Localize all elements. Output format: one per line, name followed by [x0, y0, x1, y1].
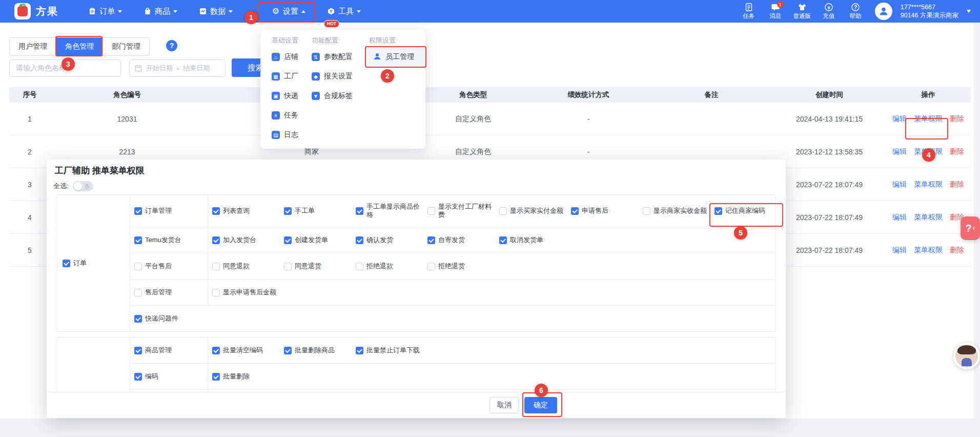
quick-item-消息[interactable]: 消息1 — [764, 3, 787, 20]
delete-link[interactable]: 删除 — [950, 180, 964, 189]
perm-checkbox[interactable] — [212, 373, 220, 381]
chevron-down-icon — [118, 10, 122, 15]
settings-item-员工管理[interactable]: 员工管理 — [373, 51, 414, 63]
quick-item-充值[interactable]: ¥充值 — [818, 3, 840, 20]
settings-item-快递[interactable]: ▣快递 — [272, 90, 298, 102]
perm-checkbox[interactable] — [284, 207, 292, 215]
perm-checkbox[interactable] — [427, 263, 435, 270]
perm-checkbox[interactable] — [212, 263, 220, 270]
nav-menu-item-设置[interactable]: ⚙设置 — [272, 7, 305, 16]
perf-cell: - — [527, 115, 650, 123]
perm-checkbox[interactable] — [284, 263, 292, 270]
settings-item-label: 合规标签 — [324, 91, 353, 101]
avatar-face-icon — [955, 345, 978, 367]
edit-link[interactable]: 编辑 — [892, 180, 907, 189]
group-checkbox[interactable] — [134, 315, 142, 323]
cancel-button[interactable]: 取消 — [489, 397, 519, 413]
select-all-toggle[interactable]: 否 — [73, 181, 93, 191]
delete-link[interactable]: 删除 — [950, 246, 964, 255]
date-range-picker[interactable]: 开始日期 - 结束日期 — [129, 59, 226, 77]
quick-item-帮助[interactable]: ?帮助 — [844, 3, 867, 20]
role-type-cell: 自定义角色 — [419, 147, 527, 156]
menu-permission-link[interactable]: 菜单权限 — [914, 213, 943, 222]
perm-checkbox[interactable] — [212, 207, 220, 215]
edit-link[interactable]: 编辑 — [892, 246, 907, 255]
perm-label: 记住商家编码 — [725, 207, 765, 215]
settings-item-任务[interactable]: ≡任务 — [272, 109, 298, 122]
perm-item: 拒绝退款 — [356, 262, 427, 270]
menu-permission-link[interactable]: 菜单权限 — [914, 114, 943, 124]
tab-部门管理[interactable]: 部门管理 — [103, 37, 150, 56]
settings-item-label: 员工管理 — [385, 52, 414, 62]
perm-checkbox[interactable] — [643, 207, 650, 215]
edit-link[interactable]: 编辑 — [892, 147, 907, 156]
management-tabs: 用户管理角色管理部门管理 — [9, 37, 150, 56]
delete-link[interactable]: 删除 — [950, 114, 964, 124]
confirm-button[interactable]: 确定 — [524, 397, 557, 413]
perm-checkbox[interactable] — [714, 207, 722, 215]
compliance-tag-icon: ▼ — [312, 92, 320, 100]
settings-item-日志[interactable]: ▤日志 — [272, 129, 298, 141]
group-checkbox[interactable] — [134, 236, 142, 244]
perm-checkbox[interactable] — [499, 236, 507, 244]
permission-items: 加入发货台创建发货单确认发货自寄发货取消发货单 — [208, 236, 775, 244]
perm-checkbox[interactable] — [356, 347, 363, 354]
hot-badge: HOT — [324, 20, 339, 28]
group-checkbox[interactable] — [134, 263, 142, 270]
user-info[interactable]: 177****5667 90146 方果演示商家 — [901, 3, 958, 19]
edit-link[interactable]: 编辑 — [892, 213, 907, 222]
params-icon: ⇅ — [312, 53, 320, 61]
perm-item: 自寄发货 — [427, 236, 499, 244]
perm-checkbox[interactable] — [499, 207, 507, 215]
customer-service-avatar[interactable] — [953, 343, 980, 369]
permission-row: 商品管理批量清空编码批量删除商品批量禁止订单下载 — [130, 337, 775, 364]
perm-label: 显示支付工厂材料费 — [438, 203, 494, 219]
chevron-up-icon — [301, 8, 305, 13]
nav-menu-item-订单[interactable]: 订单 — [88, 7, 122, 16]
quick-item-任务[interactable]: 任务 — [738, 3, 760, 20]
settings-item-报关设置[interactable]: ◆报关设置 — [312, 70, 353, 83]
permission-items: 批量删除 — [208, 372, 775, 381]
edit-link[interactable]: 编辑 — [892, 114, 907, 124]
tab-角色管理[interactable]: 角色管理 — [56, 37, 103, 56]
perm-checkbox[interactable] — [427, 207, 435, 215]
group-checkbox[interactable] — [134, 207, 142, 215]
perm-checkbox[interactable] — [212, 236, 220, 244]
module-checkbox[interactable] — [63, 260, 70, 267]
settings-item-参数配置[interactable]: ⇅参数配置 — [312, 51, 353, 63]
tab-用户管理[interactable]: 用户管理 — [9, 37, 56, 56]
group-checkbox[interactable] — [134, 373, 142, 381]
perm-checkbox[interactable] — [356, 263, 363, 270]
user-avatar[interactable] — [875, 3, 892, 20]
settings-item-工厂[interactable]: ▦工厂 — [272, 70, 298, 83]
group-checkbox[interactable] — [134, 347, 142, 354]
perm-checkbox[interactable] — [284, 347, 292, 354]
created-time-cell: 2023-07-22 18:07:49 — [773, 180, 886, 190]
menu-permission-link[interactable]: 菜单权限 — [914, 246, 943, 255]
settings-item-店铺[interactable]: ⌂店铺 — [272, 51, 298, 63]
nav-menu-item-商品[interactable]: 商品 — [144, 7, 177, 16]
chevron-down-icon[interactable] — [967, 10, 971, 15]
page-help-icon[interactable]: ? — [166, 40, 177, 51]
perm-checkbox[interactable] — [427, 236, 435, 244]
module-label: 订单 — [73, 259, 87, 268]
delete-link[interactable]: 删除 — [950, 147, 964, 156]
nav-menu-item-数据[interactable]: 数据 — [199, 7, 233, 16]
coin-icon: ¥ — [824, 3, 833, 12]
perm-checkbox[interactable] — [356, 207, 363, 215]
quick-item-普通版[interactable]: 普通版 — [791, 3, 813, 20]
settings-item-合规标签[interactable]: ▼合规标签 — [312, 90, 353, 102]
perm-checkbox[interactable] — [284, 236, 292, 244]
message-count-badge: 1 — [777, 1, 784, 8]
menu-permission-link[interactable]: 菜单权限 — [914, 180, 943, 189]
brand-logo-icon[interactable] — [14, 3, 31, 19]
perm-checkbox[interactable] — [571, 207, 579, 215]
module-cell: 订单 — [57, 195, 130, 331]
nav-menu-item-工具[interactable]: 工具HOT — [327, 7, 361, 16]
floating-help-button[interactable]: ? ‹ — [961, 216, 980, 240]
group-checkbox[interactable] — [134, 289, 142, 296]
perm-checkbox[interactable] — [212, 347, 220, 354]
perm-checkbox[interactable] — [356, 236, 363, 244]
perm-checkbox[interactable] — [212, 289, 220, 296]
index-cell: 1 — [9, 115, 50, 123]
